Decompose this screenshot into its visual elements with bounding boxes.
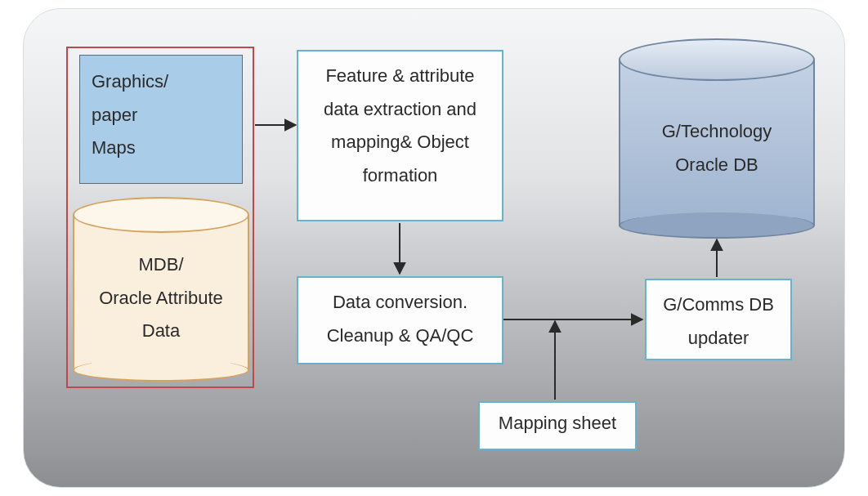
node-text: Graphics/ (92, 65, 230, 99)
node-mdb-oracle-cylinder: MDB/ Oracle Attribute Data (73, 197, 249, 382)
node-text: formation (305, 159, 495, 193)
node-text: Maps (92, 132, 230, 165)
node-text: paper (92, 99, 230, 132)
node-text: Oracle Attribute (74, 282, 248, 315)
node-text: Cleanup & QA/QC (305, 319, 495, 353)
node-gtechnology-oracle-db-cylinder: G/Technology Oracle DB (619, 38, 815, 239)
node-text: data extraction and (305, 93, 495, 127)
node-text: updater (653, 322, 784, 355)
node-feature-extraction: Feature & attribute data extraction and … (297, 50, 503, 221)
node-text: G/Technology (620, 115, 813, 149)
node-graphics-paper-maps: Graphics/ paper Maps (79, 55, 243, 184)
node-text: Mapping sheet (486, 411, 629, 436)
node-data-conversion: Data conversion. Cleanup & QA/QC (297, 276, 503, 364)
node-text: Data conversion. (305, 286, 495, 319)
node-text: Feature & attribute (305, 60, 495, 93)
diagram-frame: Graphics/ paper Maps MDB/ Oracle Attribu… (23, 8, 845, 488)
node-text: mapping& Object (305, 126, 495, 159)
node-text: Data (74, 315, 248, 348)
node-gcomms-db-updater: G/Comms DB updater (645, 279, 792, 360)
node-text: G/Comms DB (653, 288, 784, 322)
node-text: MDB/ (74, 248, 248, 282)
node-mapping-sheet: Mapping sheet (478, 401, 637, 450)
node-text: Oracle DB (620, 149, 813, 182)
